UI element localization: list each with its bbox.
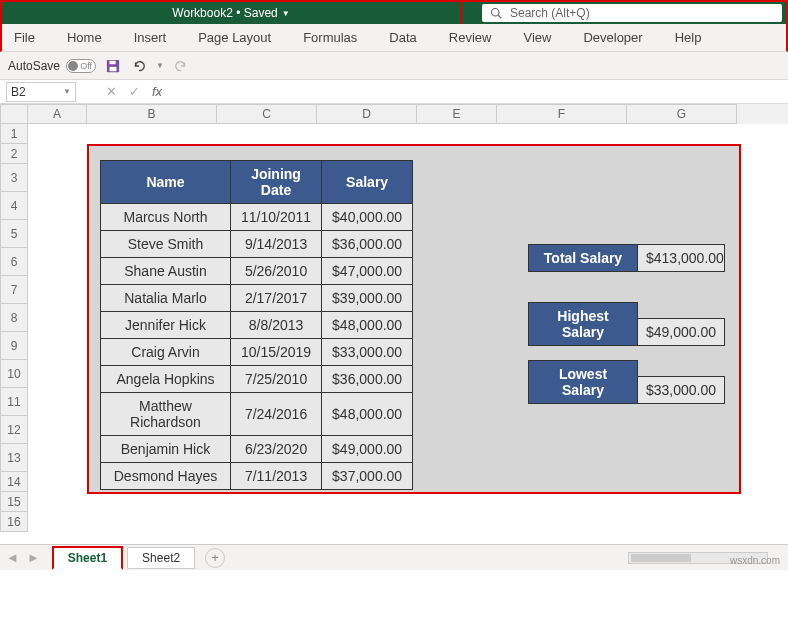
undo-dropdown-icon[interactable]: ▼ bbox=[156, 61, 164, 70]
sheet-nav-prev-icon[interactable]: ◄ bbox=[6, 550, 19, 565]
row-header[interactable]: 16 bbox=[0, 512, 28, 532]
cell-area[interactable]: Name Joining Date Salary Marcus North11/… bbox=[28, 124, 788, 544]
total-salary-box: Total Salary$413,000.00 bbox=[528, 244, 725, 272]
col-header-g[interactable]: G bbox=[627, 104, 737, 124]
total-salary-label[interactable]: Total Salary bbox=[528, 244, 638, 272]
name-box-value: B2 bbox=[11, 85, 26, 99]
row-header[interactable]: 14 bbox=[0, 472, 28, 492]
row-header[interactable]: 13 bbox=[0, 444, 28, 472]
svg-line-1 bbox=[498, 15, 501, 18]
redo-icon bbox=[174, 59, 188, 73]
table-row: Benjamin Hick6/23/2020$49,000.00 bbox=[101, 436, 413, 463]
lowest-salary-label[interactable]: Lowest Salary bbox=[528, 360, 638, 404]
row-header[interactable]: 6 bbox=[0, 248, 28, 276]
table-row: Jennifer Hick8/8/2013$48,000.00 bbox=[101, 312, 413, 339]
select-all-corner[interactable] bbox=[0, 104, 28, 124]
table-row: Craig Arvin10/15/2019$33,000.00 bbox=[101, 339, 413, 366]
cancel-formula-button[interactable]: ✕ bbox=[106, 84, 117, 99]
autosave-label: AutoSave bbox=[8, 59, 60, 73]
title-dropdown-icon[interactable]: ▼ bbox=[282, 9, 290, 18]
table-header-row: Name Joining Date Salary bbox=[101, 161, 413, 204]
row-header[interactable]: 10 bbox=[0, 360, 28, 388]
table-row: Natalia Marlo2/17/2017$39,000.00 bbox=[101, 285, 413, 312]
save-button[interactable] bbox=[104, 57, 122, 75]
header-name[interactable]: Name bbox=[101, 161, 231, 204]
tab-developer[interactable]: Developer bbox=[579, 28, 646, 47]
search-icon bbox=[490, 7, 502, 19]
row-header[interactable]: 8 bbox=[0, 304, 28, 332]
row-header[interactable]: 2 bbox=[0, 144, 28, 164]
workbook-title[interactable]: Workbook2 • Saved ▼ bbox=[2, 2, 462, 24]
col-header-a[interactable]: A bbox=[28, 104, 87, 124]
row-header[interactable]: 1 bbox=[0, 124, 28, 144]
tab-view[interactable]: View bbox=[519, 28, 555, 47]
new-sheet-button[interactable]: + bbox=[205, 548, 225, 568]
save-status: Saved bbox=[244, 6, 278, 20]
tab-help[interactable]: Help bbox=[671, 28, 706, 47]
tab-data[interactable]: Data bbox=[385, 28, 420, 47]
spreadsheet-grid: A B C D E F G 1 2 3 4 5 6 7 8 9 10 11 12… bbox=[0, 104, 788, 544]
sheet-nav-next-icon[interactable]: ► bbox=[27, 550, 40, 565]
tab-insert[interactable]: Insert bbox=[130, 28, 171, 47]
autosave-toggle[interactable]: AutoSave Off bbox=[8, 59, 96, 73]
tab-home[interactable]: Home bbox=[63, 28, 106, 47]
table-row: Matthew Richardson7/24/2016$48,000.00 bbox=[101, 393, 413, 436]
watermark: wsxdn.com bbox=[730, 555, 780, 566]
row-header[interactable]: 7 bbox=[0, 276, 28, 304]
sheet-nav: ◄ ► bbox=[6, 550, 40, 565]
table-row: Angela Hopkins7/25/2010$36,000.00 bbox=[101, 366, 413, 393]
workbook-name: Workbook2 bbox=[172, 6, 232, 20]
ribbon-tabs: File Home Insert Page Layout Formulas Da… bbox=[0, 24, 788, 52]
chevron-down-icon[interactable]: ▼ bbox=[63, 87, 71, 96]
table-row: Steve Smith9/14/2013$36,000.00 bbox=[101, 231, 413, 258]
title-bar: Workbook2 • Saved ▼ Search (Alt+Q) bbox=[0, 0, 788, 24]
plus-icon: + bbox=[211, 550, 219, 565]
row-header[interactable]: 15 bbox=[0, 492, 28, 512]
highest-salary-value[interactable]: $49,000.00 bbox=[637, 318, 725, 346]
undo-button[interactable] bbox=[130, 57, 148, 75]
row-header[interactable]: 3 bbox=[0, 164, 28, 192]
accept-formula-button[interactable]: ✓ bbox=[129, 84, 140, 99]
toggle-switch-icon[interactable]: Off bbox=[66, 59, 96, 73]
lowest-salary-value[interactable]: $33,000.00 bbox=[637, 376, 725, 404]
table-row: Marcus North11/10/2011$40,000.00 bbox=[101, 204, 413, 231]
tab-file[interactable]: File bbox=[10, 28, 39, 47]
lowest-salary-box: Lowest Salary$33,000.00 bbox=[528, 360, 725, 404]
table-row: Desmond Hayes7/11/2013$37,000.00 bbox=[101, 463, 413, 490]
quick-access-toolbar: AutoSave Off ▼ bbox=[0, 52, 788, 80]
row-header[interactable]: 9 bbox=[0, 332, 28, 360]
fx-button[interactable]: fx bbox=[152, 84, 162, 99]
highest-salary-label[interactable]: Highest Salary bbox=[528, 302, 638, 346]
highest-salary-box: Highest Salary$49,000.00 bbox=[528, 302, 725, 346]
formula-bar: B2 ▼ ✕ ✓ fx bbox=[0, 80, 788, 104]
table-row: Shane Austin5/26/2010$47,000.00 bbox=[101, 258, 413, 285]
svg-point-0 bbox=[492, 9, 500, 17]
col-header-f[interactable]: F bbox=[497, 104, 627, 124]
search-input[interactable]: Search (Alt+Q) bbox=[482, 4, 782, 22]
col-header-e[interactable]: E bbox=[417, 104, 497, 124]
col-header-b[interactable]: B bbox=[87, 104, 217, 124]
sheet-tab-bar: ◄ ► Sheet1 Sheet2 + wsxdn.com bbox=[0, 544, 788, 570]
sheet-tab[interactable]: Sheet2 bbox=[127, 547, 195, 569]
col-header-d[interactable]: D bbox=[317, 104, 417, 124]
name-box[interactable]: B2 ▼ bbox=[6, 82, 76, 102]
row-header[interactable]: 5 bbox=[0, 220, 28, 248]
search-placeholder: Search (Alt+Q) bbox=[510, 6, 590, 20]
redo-button[interactable] bbox=[172, 57, 190, 75]
undo-icon bbox=[132, 59, 146, 73]
save-icon bbox=[106, 59, 120, 73]
tab-formulas[interactable]: Formulas bbox=[299, 28, 361, 47]
total-salary-value[interactable]: $413,000.00 bbox=[637, 244, 725, 272]
row-header[interactable]: 12 bbox=[0, 416, 28, 444]
tab-page-layout[interactable]: Page Layout bbox=[194, 28, 275, 47]
header-salary[interactable]: Salary bbox=[322, 161, 413, 204]
sheet-tab-active[interactable]: Sheet1 bbox=[52, 546, 123, 570]
employee-table: Name Joining Date Salary Marcus North11/… bbox=[100, 160, 413, 490]
row-header[interactable]: 11 bbox=[0, 388, 28, 416]
svg-rect-4 bbox=[110, 60, 116, 64]
svg-rect-3 bbox=[110, 66, 117, 70]
header-date[interactable]: Joining Date bbox=[231, 161, 322, 204]
col-header-c[interactable]: C bbox=[217, 104, 317, 124]
row-header[interactable]: 4 bbox=[0, 192, 28, 220]
tab-review[interactable]: Review bbox=[445, 28, 496, 47]
